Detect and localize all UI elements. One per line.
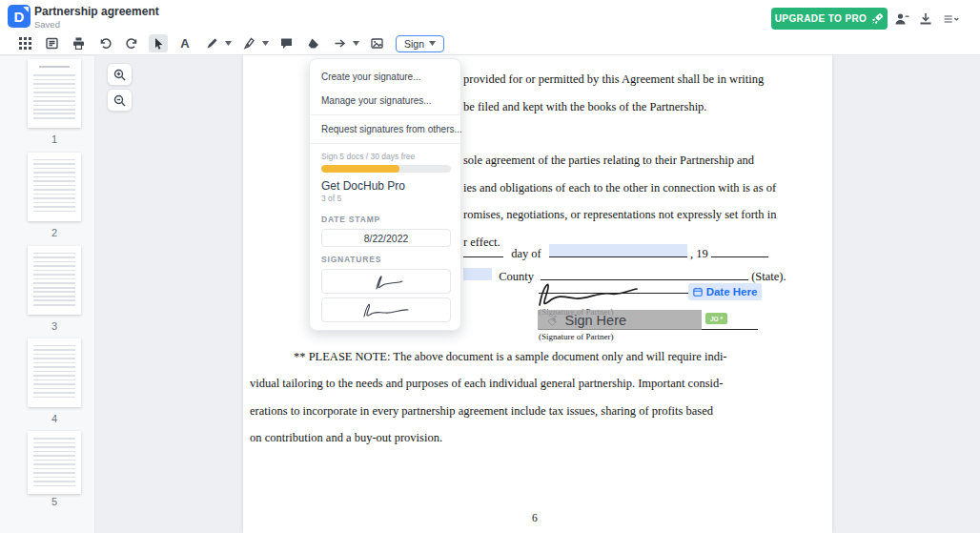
main-menu-icon[interactable]	[944, 11, 969, 27]
image-tool[interactable]	[367, 34, 386, 52]
pages-sidebar: 1 2 3 4 5	[0, 56, 95, 533]
menu-item-manage-signatures[interactable]: Manage your signatures...	[310, 89, 460, 113]
sign-draw-tool[interactable]	[202, 34, 221, 52]
doc-text-line: be filed and kept with the books of the …	[463, 100, 707, 114]
signatures-section-label: SIGNATURES	[310, 247, 460, 267]
note-line: ** PLEASE NOTE: The above document is a …	[294, 350, 727, 364]
get-dochub-pro-link[interactable]: Get DocHub Pro	[310, 174, 460, 193]
apps-grid-icon[interactable]	[15, 34, 34, 52]
saved-signature-option-1[interactable]	[321, 269, 451, 294]
print-icon[interactable]	[69, 34, 88, 52]
highlight-tool-caret[interactable]	[262, 34, 269, 52]
county-field-highlight[interactable]	[463, 268, 492, 280]
download-icon[interactable]	[918, 11, 935, 27]
page-thumbnail-3[interactable]	[28, 246, 81, 315]
placed-signature[interactable]	[530, 277, 656, 309]
zoom-out-button[interactable]	[107, 89, 133, 112]
blank-line	[711, 247, 768, 257]
note-line: erations to incorporate in every partner…	[250, 404, 713, 419]
dochub-app: D Partnership agreement Saved UPGRADE TO…	[0, 0, 980, 533]
rocket-icon	[871, 12, 884, 25]
upgrade-to-pro-button[interactable]: UPGRADE TO PRO	[771, 8, 888, 30]
saved-signature-option-2[interactable]	[321, 297, 451, 322]
signer-initials-badge[interactable]: JO *	[705, 313, 727, 324]
pages-panel-icon[interactable]	[42, 34, 61, 52]
trial-progress-section: Sign 5 docs / 30 days free	[310, 146, 460, 174]
state-label: (State).	[751, 270, 786, 283]
page-thumbnail-5[interactable]	[28, 431, 81, 494]
menu-divider	[310, 143, 460, 144]
sign-draw-tool-caret[interactable]	[225, 34, 232, 52]
menu-item-request-signatures[interactable]: Request signatures from others...	[310, 117, 460, 141]
text-tool[interactable]: A	[175, 34, 194, 52]
sign-dropdown-menu: Create your signature... Manage your sig…	[309, 58, 461, 331]
undo-icon[interactable]	[95, 34, 114, 52]
sign-here-field[interactable]: ☞ Sign Here	[538, 310, 702, 330]
redo-icon[interactable]	[122, 34, 141, 52]
doc-text-line: romises, negotiations, or representation…	[463, 208, 776, 222]
arrow-tool-caret[interactable]	[353, 34, 359, 52]
page-label-5: 5	[28, 496, 81, 507]
date-here-field[interactable]: Date Here	[688, 283, 762, 300]
edit-toolbar: A Sign	[0, 32, 980, 55]
menu-divider	[310, 114, 460, 115]
sign-here-label: Sign Here	[565, 313, 626, 328]
trial-progress-fill	[321, 165, 399, 173]
save-status: Saved	[34, 19, 60, 30]
signature-preview-1	[365, 271, 407, 292]
pointing-hand-icon: ☞	[543, 310, 562, 329]
menu-item-create-signature[interactable]: Create your signature...	[310, 65, 460, 89]
doc-day-of-line: day of , 19	[463, 244, 768, 261]
page-thumbnail-2[interactable]	[28, 153, 81, 221]
date-stamp-section-label: DATE STAMP	[310, 207, 460, 227]
signature-caption-2: (Signature of Partner)	[539, 332, 613, 341]
calendar-icon	[693, 287, 703, 297]
doc-text-line: ies and obligations of each to the other…	[463, 181, 776, 195]
highlight-tool[interactable]	[239, 34, 258, 52]
note-line: on contribution and a buy-out provision.	[250, 431, 442, 445]
doc-text-line: sole agreement of the parties relating t…	[463, 154, 754, 168]
page-label-4: 4	[28, 413, 81, 424]
page-thumbnail-4[interactable]	[28, 338, 81, 407]
sign-button-label: Sign	[404, 38, 424, 50]
blank-line	[463, 247, 503, 257]
date-field-highlight[interactable]	[549, 244, 687, 257]
date-here-label: Date Here	[706, 286, 758, 297]
note-line: vidual tailoring to the needs and purpos…	[250, 377, 723, 391]
logo-fold-decoration	[23, 7, 29, 12]
page-label-3: 3	[28, 320, 81, 332]
dochub-logo[interactable]: D	[8, 5, 31, 28]
select-cursor-tool[interactable]	[149, 34, 168, 52]
zoom-controls	[107, 63, 133, 112]
arrow-tool[interactable]	[330, 34, 349, 52]
upgrade-label: UPGRADE TO PRO	[775, 13, 868, 24]
day-of-label: day of	[506, 247, 546, 260]
erase-tool[interactable]	[303, 34, 322, 52]
page-thumbnail-1[interactable]	[28, 59, 81, 128]
comment-tool[interactable]	[276, 34, 296, 52]
sign-button[interactable]: Sign	[396, 35, 444, 52]
signature-preview-2	[358, 299, 414, 320]
trial-progress-bar	[321, 165, 451, 173]
trial-usage-count: 3 of 5	[310, 193, 460, 207]
zoom-in-button[interactable]	[107, 63, 133, 86]
add-user-icon[interactable]	[894, 11, 911, 27]
page-number: 6	[532, 512, 538, 523]
page-label-2: 2	[28, 227, 81, 238]
page-label-1: 1	[28, 133, 81, 145]
app-header: D Partnership agreement Saved UPGRADE TO…	[0, 0, 980, 32]
doc-text-line: provided for or permitted by this Agreem…	[463, 72, 764, 87]
sign-button-caret-icon	[429, 41, 436, 46]
trial-text: Sign 5 docs / 30 days free	[321, 152, 449, 161]
date-stamp-option[interactable]: 8/22/2022	[321, 229, 451, 247]
document-title: Partnership agreement	[34, 5, 159, 18]
year-label: , 19	[690, 247, 708, 260]
